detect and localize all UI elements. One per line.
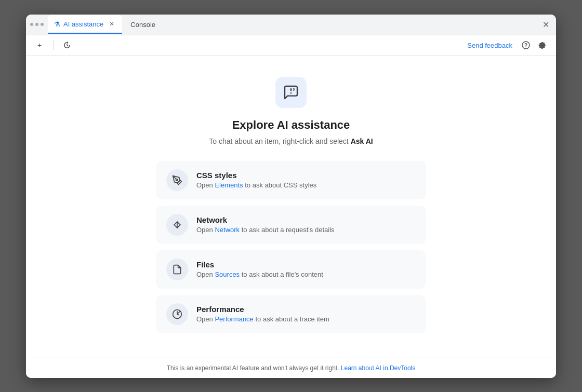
toolbar: + Send feedback ? [26, 35, 556, 56]
files-sources-link[interactable]: Sources [215, 271, 240, 278]
dot-2 [35, 23, 38, 26]
footer-text: This is an experimental AI feature and w… [167, 364, 341, 372]
performance-card-title: Performance [196, 305, 329, 314]
css-elements-link[interactable]: Elements [215, 181, 243, 189]
tab-ai-label: AI assistance [63, 20, 103, 28]
network-desc-suffix: to ask about a request's details [240, 226, 334, 234]
toolbar-right: Send feedback ? [467, 38, 550, 52]
performance-card-content: Performance Open Performance to ask abou… [196, 305, 329, 323]
files-card-content: Files Open Sources to ask about a file's… [196, 260, 323, 278]
files-card-title: Files [196, 260, 323, 269]
send-feedback-link[interactable]: Send feedback [467, 42, 512, 49]
feature-card-network: Network Open Network to ask about a requ… [156, 206, 426, 244]
footer: This is an experimental AI feature and w… [26, 358, 556, 378]
performance-desc-prefix: Open [196, 315, 215, 323]
explore-section: Explore AI assistance To chat about an i… [26, 56, 556, 358]
css-card-desc: Open Elements to ask about CSS styles [196, 181, 316, 189]
css-card-content: CSS styles Open Elements to ask about CS… [196, 171, 316, 189]
css-desc-suffix: to ask about CSS styles [243, 181, 317, 189]
network-icon [172, 220, 182, 230]
network-desc-prefix: Open [196, 226, 215, 234]
history-icon [63, 41, 71, 49]
files-icon-wrapper [166, 259, 188, 280]
network-card-content: Network Open Network to ask about a requ… [196, 215, 335, 234]
files-card-desc: Open Sources to ask about a file's conte… [196, 271, 323, 278]
main-content: Explore AI assistance To chat about an i… [26, 56, 556, 358]
svg-text:?: ? [524, 43, 527, 48]
performance-icon-wrapper [166, 303, 188, 325]
toolbar-divider [53, 40, 54, 50]
feature-card-files: Files Open Sources to ask about a file's… [156, 250, 426, 289]
tab-console-label: Console [130, 21, 155, 29]
tab-close-button[interactable]: ✕ [108, 20, 116, 28]
footer-learn-link[interactable]: Learn about AI in DevTools [341, 364, 415, 372]
performance-link[interactable]: Performance [215, 315, 253, 323]
explore-subtitle: To chat about an item, right-click and s… [209, 137, 373, 145]
help-icon: ? [522, 41, 530, 49]
performance-card-desc: Open Performance to ask about a trace it… [196, 315, 329, 323]
tab-bar: ⚗ AI assistance ✕ Console [48, 15, 539, 34]
css-card-title: CSS styles [196, 171, 316, 180]
devtools-window: ⚗ AI assistance ✕ Console ✕ + [26, 15, 556, 378]
network-link[interactable]: Network [215, 226, 240, 234]
files-desc-suffix: to ask about a file's content [240, 271, 323, 278]
new-tab-button[interactable]: + [32, 38, 47, 52]
dot-3 [41, 23, 44, 26]
ai-tab-icon: ⚗ [54, 20, 60, 28]
css-styles-icon [172, 175, 182, 185]
performance-desc-suffix: to ask about a trace item [254, 315, 329, 323]
window-controls [30, 23, 44, 26]
svg-point-2 [176, 179, 178, 180]
title-bar: ⚗ AI assistance ✕ Console ✕ [26, 15, 556, 35]
feature-card-css: CSS styles Open Elements to ask about CS… [156, 161, 426, 199]
feature-cards: CSS styles Open Elements to ask about CS… [156, 161, 426, 333]
settings-button[interactable] [535, 38, 550, 52]
css-desc-prefix: Open [196, 181, 215, 189]
subtitle-text: To chat about an item, right-click and s… [209, 137, 350, 145]
network-card-title: Network [196, 215, 335, 224]
files-desc-prefix: Open [196, 271, 215, 278]
network-card-desc: Open Network to ask about a request's de… [196, 226, 335, 234]
css-icon-wrapper [166, 169, 188, 191]
network-icon-wrapper [166, 214, 188, 236]
feature-card-performance: Performance Open Performance to ask abou… [156, 295, 426, 333]
settings-icon [538, 41, 547, 49]
explore-title: Explore AI assistance [232, 118, 350, 132]
window-close-button[interactable]: ✕ [539, 18, 552, 31]
toolbar-left: + [32, 38, 74, 52]
history-button[interactable] [60, 38, 74, 52]
ai-icon-wrapper [275, 77, 307, 108]
ai-chat-icon [283, 84, 299, 101]
tab-ai-assistance[interactable]: ⚗ AI assistance ✕ [48, 15, 122, 34]
tab-console[interactable]: Console [124, 15, 162, 34]
performance-icon [172, 309, 182, 319]
dot-1 [30, 23, 33, 26]
help-button[interactable]: ? [519, 38, 533, 52]
subtitle-bold: Ask AI [351, 137, 373, 145]
files-icon [172, 264, 182, 275]
